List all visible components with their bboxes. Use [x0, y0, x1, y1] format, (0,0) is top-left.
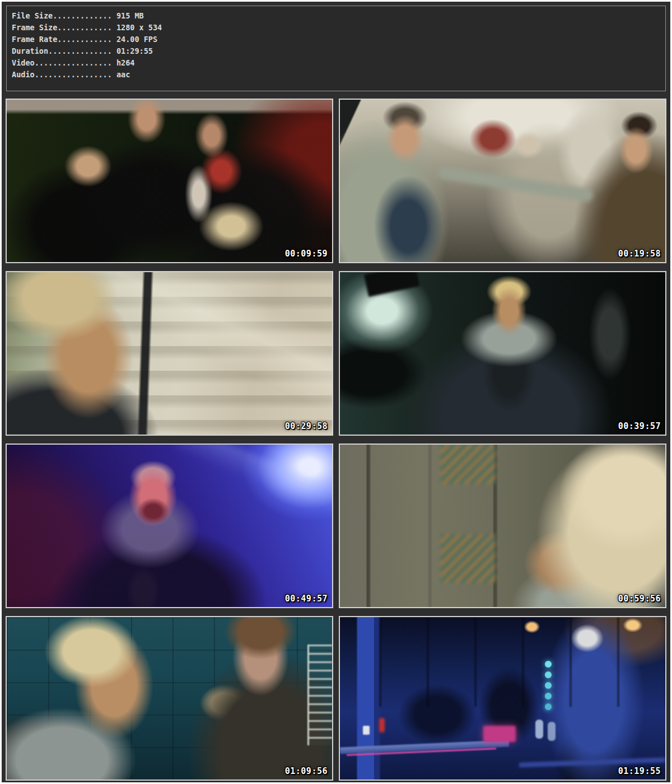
- file-info-line-frame-rate: Frame Rate............ 24.00 FPS: [12, 34, 660, 45]
- still-two-men-teal: [7, 617, 332, 780]
- screenshot-4: 00:39:57: [339, 271, 666, 436]
- file-info-panel: File Size............. 915 MB Frame Size…: [6, 6, 666, 91]
- file-info-line-frame-size: Frame Size............ 1280 x 534: [12, 22, 660, 34]
- file-info-line-video: Video................. h264: [12, 57, 660, 69]
- still-group-back-room: [7, 100, 332, 262]
- release-info-page: File Size............. 915 MB Frame Size…: [0, 0, 672, 784]
- scene-detail-paper-cup: [363, 726, 370, 735]
- scene-detail-window-mullions: [379, 617, 665, 707]
- file-info-line-audio: Audio................. aac: [12, 69, 660, 81]
- still-profile-closeup: [7, 272, 332, 435]
- still-car-interior: [340, 100, 665, 262]
- scene-detail-pattern-panel-top: [441, 445, 496, 484]
- scene-detail-light-beam: [171, 444, 333, 516]
- timestamp-overlay: 01:09:56: [285, 766, 328, 776]
- still-garage-portrait: [340, 272, 665, 435]
- screenshot-6: 00:59:56: [339, 444, 666, 608]
- scene-detail-pattern-panel-bottom: [441, 534, 496, 583]
- timestamp-overlay: 01:19:55: [618, 766, 661, 776]
- scene-detail-bottles: [535, 720, 543, 739]
- scene-detail-lamp-flag: [364, 271, 419, 297]
- file-info-line-duration: Duration.............. 01:29:55: [12, 45, 660, 57]
- still-hallway-back-of-head: [340, 445, 665, 607]
- scene-detail-metal-rack: [307, 645, 332, 745]
- timestamp-overlay: 00:59:56: [618, 594, 661, 604]
- timestamp-overlay: 00:19:58: [618, 249, 661, 259]
- screenshot-5: 00:49:57: [6, 444, 333, 608]
- still-purple-club: [7, 445, 332, 607]
- screenshot-8: 01:19:55: [339, 616, 666, 781]
- screenshot-2: 00:19:58: [339, 99, 666, 263]
- timestamp-overlay: 00:09:59: [285, 249, 328, 259]
- timestamp-overlay: 00:39:57: [618, 421, 661, 431]
- screenshot-1: 00:09:59: [6, 99, 333, 263]
- scene-detail-arm: [437, 166, 594, 203]
- screenshot-3: 00:29:58: [6, 271, 333, 436]
- scene-detail-ketchup-bottle: [379, 718, 385, 732]
- file-info-line-file-size: File Size............. 915 MB: [12, 10, 660, 22]
- timestamp-overlay: 00:29:58: [285, 421, 328, 431]
- scene-detail-pink-box: [483, 726, 516, 742]
- screenshot-7: 01:09:56: [6, 616, 333, 781]
- timestamp-overlay: 00:49:57: [285, 594, 328, 604]
- screenshot-grid: 00:09:59 00:19:58 00:29:58 00:39:57 00:4…: [2, 99, 670, 781]
- still-blue-night: [340, 617, 665, 780]
